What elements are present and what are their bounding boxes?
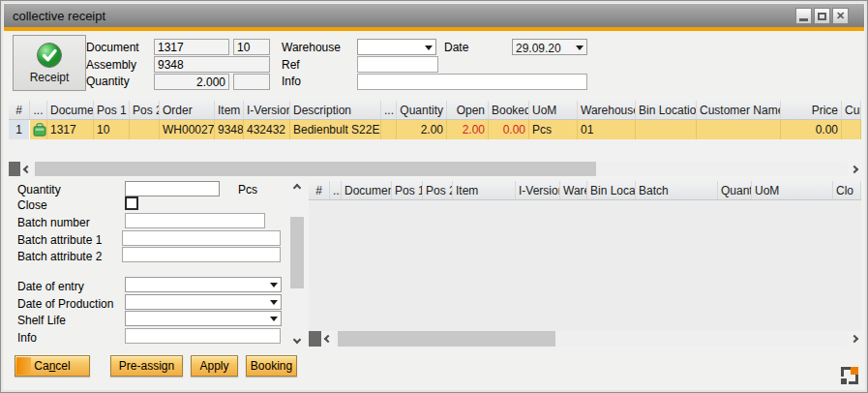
batches-table-header: # ... Document Pos 1 Pos 2 Item I-Versio…	[309, 181, 861, 200]
close-button[interactable]: ✕	[832, 8, 849, 24]
t1-col-iversion[interactable]: I-Version	[244, 101, 290, 119]
t2-col-warehouse[interactable]: Wareho	[560, 181, 587, 199]
scroll-down-button[interactable]	[289, 333, 305, 347]
table2-hscrollbar[interactable]	[309, 331, 861, 347]
info-input[interactable]	[357, 74, 587, 90]
t1-col-icon[interactable]: ...	[30, 101, 47, 119]
cell-pos2[interactable]	[130, 120, 160, 139]
detail-scroll-track[interactable]	[289, 195, 305, 333]
batch-attribute1-input[interactable]	[122, 230, 281, 246]
t2-col-item[interactable]: Item	[453, 181, 516, 199]
booking-button[interactable]: Booking	[246, 355, 297, 377]
quantity-uom-input[interactable]	[233, 74, 270, 90]
warehouse-combo[interactable]	[357, 39, 436, 55]
titlebar[interactable]: collective receipt ✕	[4, 4, 864, 27]
t2-col-document[interactable]: Document	[342, 181, 392, 199]
ref-input[interactable]	[357, 56, 438, 73]
t2-col-binlocation[interactable]: Bin Location	[587, 181, 636, 199]
cell-description[interactable]: Bedienbult S22E	[290, 120, 381, 139]
cell-customername[interactable]	[697, 120, 781, 139]
minimize-button[interactable]	[795, 8, 812, 24]
t1-col-item[interactable]: Item	[215, 101, 244, 119]
batch-number-input[interactable]	[125, 213, 265, 228]
cancel-button[interactable]: Cancel	[15, 355, 90, 377]
row-number[interactable]: 1	[9, 120, 30, 139]
shelf-life-combo[interactable]	[125, 311, 282, 326]
t1-col-binlocation[interactable]: Bin Location	[636, 101, 697, 119]
table2-scroll-corner[interactable]	[309, 331, 321, 347]
table1-scroll-thumb[interactable]	[35, 162, 596, 176]
date-combo[interactable]: 29.09.20	[512, 39, 587, 55]
document-pos-input[interactable]	[233, 39, 270, 55]
cell-pos1[interactable]: 10	[94, 120, 130, 139]
cell-price[interactable]: 0.00	[781, 120, 842, 139]
pre-assign-button[interactable]: Pre-assign	[110, 355, 183, 377]
t2-col-pos2[interactable]: Pos 2	[423, 181, 453, 199]
t2-col-iversion[interactable]: I-Version	[516, 181, 560, 199]
t1-col-open[interactable]: Open	[447, 101, 489, 119]
t1-col-customername[interactable]: Customer Name	[697, 101, 781, 119]
cell-uom[interactable]: Pcs	[529, 120, 578, 139]
detail-scroll-thumb[interactable]	[290, 217, 304, 288]
t1-col-num[interactable]: #	[9, 101, 30, 119]
cell-binlocation[interactable]	[636, 120, 697, 139]
table2-scroll-thumb[interactable]	[338, 331, 555, 347]
scroll-up-button[interactable]	[289, 181, 305, 195]
scroll-right-button[interactable]	[848, 162, 861, 176]
quantity-input[interactable]	[154, 74, 229, 90]
maximize-button[interactable]	[814, 8, 830, 24]
t2-col-pos1[interactable]: Pos 1	[392, 181, 423, 199]
assembly-input[interactable]	[154, 56, 270, 73]
t1-col-pos2[interactable]: Pos 2	[130, 101, 160, 119]
table2-scroll-track[interactable]	[335, 331, 848, 347]
t2-col-close[interactable]: Clo	[833, 181, 861, 199]
date-of-entry-combo[interactable]	[125, 277, 282, 292]
detail-vscrollbar[interactable]	[289, 181, 305, 347]
t2-col-batch[interactable]: Batch	[636, 181, 718, 199]
t1-col-booked[interactable]: Booked	[489, 101, 529, 119]
cell-document[interactable]: 1317	[47, 120, 94, 139]
t1-col-more[interactable]: ...	[381, 101, 397, 119]
t1-col-curr[interactable]: Curr	[842, 101, 861, 119]
apply-button[interactable]: Apply	[191, 355, 238, 377]
t2-col-icon[interactable]: ...	[330, 181, 342, 199]
expand-resize-icon[interactable]	[841, 367, 858, 384]
receipt-button[interactable]: Receipt	[13, 35, 86, 91]
t1-col-warehouse[interactable]: Warehouse	[578, 101, 636, 119]
t2-col-quantity[interactable]: Quantity	[718, 181, 752, 199]
cancel-button-label: Cancel	[34, 359, 70, 373]
cell-open[interactable]: 2.00	[447, 120, 489, 139]
table1-scroll-track[interactable]	[34, 162, 848, 176]
cell-item[interactable]: 9348	[215, 120, 244, 139]
cell-order[interactable]: WH000273	[160, 120, 215, 139]
scroll-right-button[interactable]	[848, 331, 861, 347]
close-checkbox[interactable]	[125, 196, 138, 210]
cell-iversion[interactable]: 432432	[244, 120, 290, 139]
scroll-left-button[interactable]	[20, 162, 34, 176]
t1-col-pos1[interactable]: Pos 1	[94, 101, 130, 119]
date-of-production-combo[interactable]	[125, 294, 282, 310]
t1-col-price[interactable]: Price	[781, 101, 842, 119]
table1-scroll-corner[interactable]	[9, 162, 20, 176]
t2-col-uom[interactable]: UoM	[752, 181, 833, 199]
t1-col-document[interactable]: Document	[47, 101, 94, 119]
cell-more[interactable]	[381, 120, 397, 139]
table-row[interactable]: 1 1317 10 WH000273 9348 432432 Bedienbul…	[9, 120, 861, 139]
detail-quantity-input[interactable]	[125, 181, 220, 196]
document-input[interactable]	[154, 39, 229, 55]
cell-quantity[interactable]: 2.00	[397, 120, 447, 139]
batch-attribute2-input[interactable]	[122, 247, 281, 262]
t1-col-uom[interactable]: UoM	[529, 101, 578, 119]
t1-col-description[interactable]: Description	[290, 101, 381, 119]
minimize-icon	[799, 18, 808, 21]
cell-warehouse[interactable]: 01	[578, 120, 636, 139]
table1-hscrollbar[interactable]	[9, 162, 861, 176]
cell-booked[interactable]: 0.00	[489, 120, 529, 139]
scroll-left-button[interactable]	[321, 331, 335, 347]
row-icon-cell[interactable]	[30, 120, 47, 139]
t1-col-order[interactable]: Order	[160, 101, 215, 119]
cell-curr[interactable]	[842, 120, 861, 139]
t2-col-num[interactable]: #	[309, 181, 330, 199]
t1-col-quantity[interactable]: Quantity	[397, 101, 447, 119]
detail-info-input[interactable]	[125, 328, 281, 344]
